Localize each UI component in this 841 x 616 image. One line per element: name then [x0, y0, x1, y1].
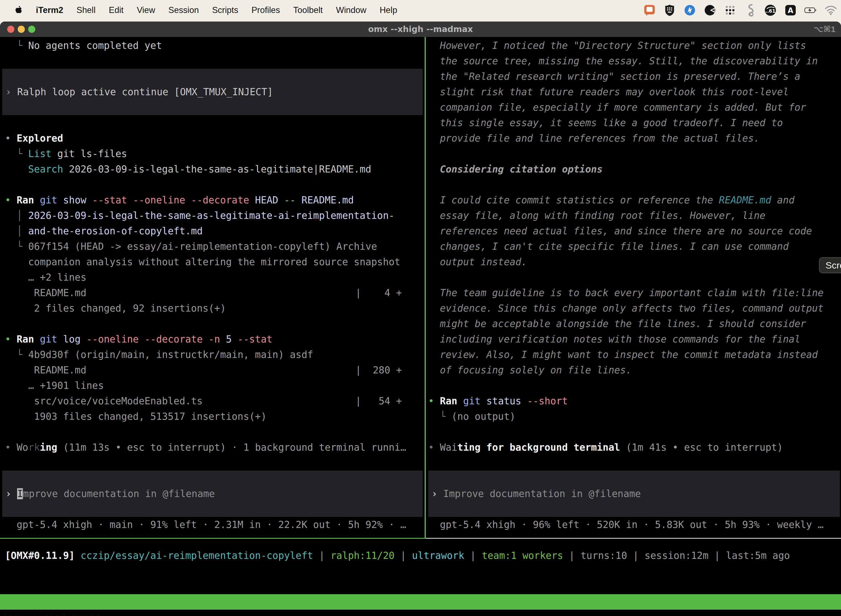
- agents-note-line: └ No agents completed yet: [5, 38, 425, 53]
- dots-grid-icon[interactable]: [724, 4, 736, 16]
- iterm-window: omx --xhigh --madmax ⌥⌘1 └ No agents com…: [0, 22, 841, 616]
- menu-item-window[interactable]: Window: [336, 5, 366, 15]
- bullet: •: [5, 442, 16, 453]
- chat-app-icon[interactable]: [643, 4, 656, 16]
- menu-item-toolbelt[interactable]: Toolbelt: [293, 5, 323, 15]
- text-segment: I could cite commit statistics or refere…: [428, 195, 719, 205]
- apple-menu-icon[interactable]: [14, 5, 23, 16]
- text-segment: │: [5, 210, 28, 221]
- terminal-line: companion analysis without altering the …: [5, 254, 425, 270]
- letter-a-icon[interactable]: A: [784, 4, 797, 16]
- text-segment: Explored: [16, 133, 63, 144]
- left-head-lines: └ No agents completed yet: [0, 38, 425, 53]
- text-segment: | 54 +: [355, 393, 402, 409]
- right-prompt-box[interactable]: › Improve documentation in @filename: [428, 471, 840, 517]
- text-segment: 4b9d30f (origin/main, instructkr/main, m…: [28, 349, 313, 360]
- terminal-line: output instead.: [428, 254, 841, 270]
- text-segment: [457, 396, 463, 406]
- terminal: └ No agents completed yet › Ralph loop a…: [0, 37, 841, 616]
- terminal-line: of focusing solely on file lines.: [428, 362, 841, 378]
- right-body-lines: However, I noticed the "Directory Struct…: [426, 38, 841, 455]
- blue-bolt-icon[interactable]: [683, 4, 696, 16]
- left-prompt-box[interactable]: › Improve documentation in @filename: [2, 471, 423, 517]
- thinking-header: Considering citation options: [428, 161, 841, 177]
- text-segment: review. Also, I might want to inspect th…: [428, 349, 818, 360]
- text-segment: └: [428, 411, 451, 422]
- terminal-line: However, I noticed the "Directory Struct…: [428, 38, 841, 53]
- menubar-status-icons: ..61 A: [643, 0, 837, 21]
- terminal-line: including verification notes with those …: [428, 331, 841, 347]
- left-body-lines: • Explored └ List git ls-files Search 20…: [0, 131, 425, 455]
- menu-item-help[interactable]: Help: [379, 5, 397, 15]
- text-segment: slight risk that future readers may over…: [428, 87, 788, 97]
- terminal-line: 1903 files changed, 513517 insertions(+): [5, 409, 425, 424]
- text-segment: git: [40, 334, 57, 345]
- pane-divider-bottom-right: [426, 538, 841, 539]
- text-segment: (1m 41s • esc to interrupt): [620, 442, 783, 453]
- text-segment: The team guideline is to back every impo…: [428, 287, 823, 298]
- keyboard-shield-icon[interactable]: [663, 4, 676, 16]
- right-pane[interactable]: However, I noticed the "Directory Struct…: [426, 37, 841, 538]
- left-pane[interactable]: └ No agents completed yet › Ralph loop a…: [0, 37, 425, 538]
- terminal-line: … +2 lines: [5, 270, 425, 285]
- menu-item-iterm2[interactable]: iTerm2: [36, 5, 63, 15]
- pie-black-icon[interactable]: [703, 4, 716, 16]
- window-shortcut-badge: ⌥⌘1: [814, 22, 835, 37]
- text-segment: the "Related research writing" section i…: [428, 71, 800, 82]
- pane-divider-vertical[interactable]: [425, 37, 426, 539]
- menu-item-session[interactable]: Session: [168, 5, 199, 15]
- ran-git-show: • Ran git show --stat --oneline --decora…: [5, 192, 425, 208]
- text-segment: git: [40, 195, 57, 205]
- text-segment: 2 files changed, 92 insertions(+): [5, 303, 226, 314]
- terminal-line: the "Related research writing" section i…: [428, 69, 841, 84]
- window-titlebar[interactable]: omx --xhigh --madmax ⌥⌘1: [0, 22, 841, 37]
- text-segment: |: [709, 550, 726, 561]
- inject-input-box[interactable]: › Ralph loop active continue [OMX_TMUX_I…: [2, 69, 423, 115]
- text-segment: --: [284, 195, 296, 205]
- bullet: •: [5, 133, 16, 144]
- text-segment: (11m 13s • esc to interrupt) · 1 backgro…: [57, 442, 406, 453]
- right-status-line: gpt-5.4 xhigh · 96% left · 520K in · 5.8…: [426, 517, 841, 532]
- squiggle-icon[interactable]: [744, 4, 757, 16]
- omx-session: session:12m: [645, 550, 709, 561]
- terminal-line: essay file, along with finding root file…: [428, 208, 841, 223]
- text-segment: 2026-03-09-is-legal-the-same-as-legitima…: [28, 210, 394, 221]
- terminal-line: └ List git ls-files: [5, 146, 425, 161]
- menu-item-edit[interactable]: Edit: [109, 5, 123, 15]
- terminal-line: [428, 177, 841, 192]
- bullet: •: [5, 195, 16, 205]
- model-status-line: gpt-5.4 xhigh · main · 91% left · 2.31M …: [5, 517, 425, 532]
- svg-text:A: A: [788, 6, 793, 15]
- text-segment: README.md: [5, 365, 86, 375]
- inject-input-line: › Ralph loop active continue [OMX_TMUX_I…: [6, 84, 423, 100]
- terminal-line: [428, 146, 841, 161]
- terminal-line: │ and-the-erosion-of-copyleft.md: [5, 223, 425, 239]
- svg-text:..61: ..61: [765, 8, 776, 14]
- text-segment: gpt-5.4 xhigh · 96% left · 520K in · 5.8…: [428, 519, 823, 530]
- text-segment: No agents completed yet: [28, 40, 162, 51]
- omx-status-bar: [OMX#0.11.9] cczip/essay/ai-reimplementa…: [5, 548, 838, 563]
- menu-item-profiles[interactable]: Profiles: [251, 5, 280, 15]
- text-segment: git: [463, 396, 481, 406]
- explored-header: • Explored: [5, 131, 425, 146]
- text-segment: [34, 334, 40, 345]
- menu-item-view[interactable]: View: [137, 5, 155, 15]
- terminal-line: changes, I can't cite specific file line…: [428, 239, 841, 254]
- screen-share-tooltip[interactable]: Scre: [819, 257, 841, 273]
- text-segment: this single essay, it seems like a good …: [428, 117, 783, 128]
- terminal-line: [428, 270, 841, 285]
- menu-item-shell[interactable]: Shell: [76, 5, 95, 15]
- battery-icon[interactable]: [804, 4, 817, 16]
- text-segment: the source tree, missing the essay. Stil…: [428, 56, 818, 66]
- badge-61-icon[interactable]: ..61: [764, 4, 777, 16]
- tmux-session-label: [omx-cczip0:bash*: [2, 610, 101, 616]
- text-segment: of focusing solely on file lines.: [428, 365, 632, 375]
- terminal-line: README.md| 280 +: [5, 362, 425, 378]
- menu-item-scripts[interactable]: Scripts: [212, 5, 238, 15]
- text-segment: Improve documentation in @filename: [443, 488, 641, 499]
- text-segment: |: [464, 550, 482, 561]
- wifi-icon[interactable]: [825, 4, 837, 16]
- tooltip-label: Scre: [826, 260, 841, 270]
- text-segment: provide file and line references from th…: [428, 133, 760, 144]
- ran-git-status: • Ran git status --short: [428, 393, 841, 409]
